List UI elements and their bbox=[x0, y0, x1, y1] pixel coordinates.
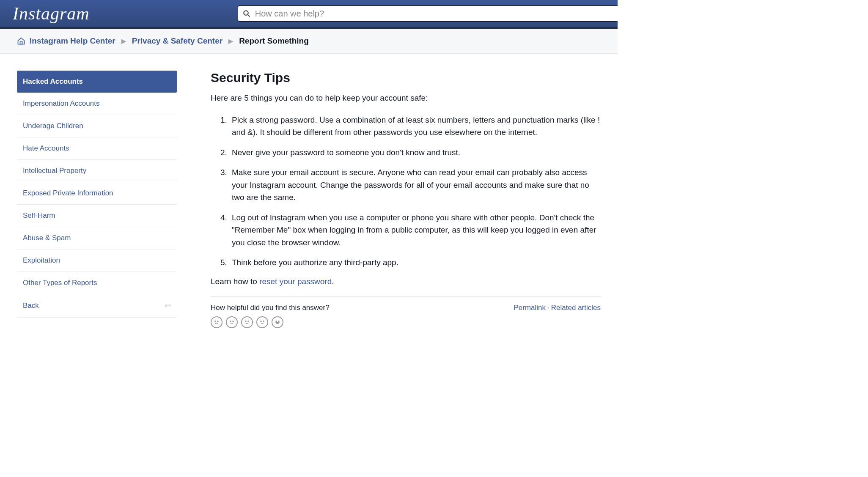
learn-prefix: Learn how to bbox=[211, 277, 259, 286]
dot-separator: · bbox=[547, 304, 549, 312]
tip-item: Make sure your email account is secure. … bbox=[229, 166, 601, 203]
breadcrumb-current: Report Something bbox=[239, 36, 309, 46]
feedback-block: How helpful did you find this answer? bbox=[211, 304, 330, 328]
svg-point-12 bbox=[276, 321, 277, 322]
svg-point-6 bbox=[233, 321, 233, 322]
sidebar-item-label: Exposed Private Information bbox=[23, 189, 113, 197]
sidebar-item-label: Hate Accounts bbox=[23, 144, 69, 153]
face-very-sad-icon[interactable] bbox=[211, 316, 222, 328]
sidebar-item-self-harm[interactable]: Self-Harm bbox=[17, 205, 177, 227]
face-very-happy-icon[interactable] bbox=[272, 316, 283, 328]
permalink-link[interactable]: Permalink bbox=[514, 304, 546, 312]
learn-line: Learn how to reset your password. bbox=[211, 277, 601, 286]
footer-links: Permalink·Related articles bbox=[514, 304, 601, 312]
sidebar-item-label: Intellectual Property bbox=[23, 167, 86, 175]
top-bar: Instagram bbox=[0, 0, 618, 29]
related-articles-link[interactable]: Related articles bbox=[551, 304, 601, 312]
breadcrumb-link-home[interactable]: Instagram Help Center bbox=[30, 36, 115, 46]
chevron-right-icon: ▶ bbox=[228, 38, 233, 44]
svg-point-4 bbox=[217, 321, 218, 322]
tip-item: Log out of Instagram when you use a comp… bbox=[229, 211, 601, 249]
face-sad-icon[interactable] bbox=[226, 316, 238, 328]
sidebar-item-abuse-spam[interactable]: Abuse & Spam bbox=[17, 227, 177, 249]
tip-item: Pick a strong password. Use a combinatio… bbox=[229, 114, 601, 139]
svg-point-7 bbox=[245, 321, 246, 322]
rating-faces bbox=[211, 316, 330, 328]
face-neutral-icon[interactable] bbox=[241, 316, 253, 328]
tip-item: Think before you authorize any third-par… bbox=[229, 256, 601, 269]
sidebar-item-label: Abuse & Spam bbox=[23, 234, 71, 242]
sidebar-item-underage[interactable]: Underage Children bbox=[17, 115, 177, 137]
back-arrow-icon: ↩ bbox=[165, 301, 171, 310]
sidebar-item-hate-accounts[interactable]: Hate Accounts bbox=[17, 137, 177, 160]
main-content: Security Tips Here are 5 things you can … bbox=[211, 71, 601, 328]
tips-list: Pick a strong password. Use a combinatio… bbox=[211, 114, 601, 269]
home-icon[interactable] bbox=[17, 37, 25, 45]
breadcrumb-link-privacy[interactable]: Privacy & Safety Center bbox=[132, 36, 222, 46]
brand-logo[interactable]: Instagram bbox=[13, 3, 90, 24]
svg-point-8 bbox=[248, 321, 249, 322]
search-input[interactable] bbox=[238, 5, 618, 22]
svg-point-0 bbox=[244, 11, 248, 15]
sidebar-item-hacked-accounts[interactable]: Hacked Accounts bbox=[17, 71, 177, 93]
svg-point-13 bbox=[278, 321, 279, 322]
feedback-prompt: How helpful did you find this answer? bbox=[211, 304, 330, 312]
sidebar-item-intellectual-property[interactable]: Intellectual Property bbox=[17, 160, 177, 182]
sidebar-item-other-reports[interactable]: Other Types of Reports bbox=[17, 272, 177, 294]
sidebar-item-label: Back bbox=[23, 302, 39, 310]
sidebar-item-back[interactable]: Back↩ bbox=[17, 294, 177, 318]
svg-point-3 bbox=[215, 321, 216, 322]
sidebar-item-label: Impersonation Accounts bbox=[23, 99, 99, 108]
sidebar-item-label: Underage Children bbox=[23, 122, 83, 130]
sidebar-item-label: Hacked Accounts bbox=[23, 77, 83, 86]
page-title: Security Tips bbox=[211, 71, 601, 85]
intro-text: Here are 5 things you can do to help kee… bbox=[211, 93, 601, 103]
breadcrumb: Instagram Help Center ▶ Privacy & Safety… bbox=[0, 29, 618, 54]
content-wrap: Hacked Accounts Impersonation Accounts U… bbox=[0, 54, 618, 345]
sidebar-item-label: Exploitation bbox=[23, 256, 60, 265]
sidebar: Hacked Accounts Impersonation Accounts U… bbox=[17, 71, 177, 328]
svg-rect-2 bbox=[20, 42, 22, 44]
svg-point-10 bbox=[261, 321, 261, 322]
search-box bbox=[238, 5, 618, 22]
sidebar-list: Hacked Accounts Impersonation Accounts U… bbox=[17, 71, 177, 318]
tip-item: Never give your password to someone you … bbox=[229, 146, 601, 159]
face-happy-icon[interactable] bbox=[256, 316, 268, 328]
search-wrap bbox=[238, 5, 618, 22]
sidebar-item-label: Self-Harm bbox=[23, 211, 55, 220]
sidebar-item-exposed-info[interactable]: Exposed Private Information bbox=[17, 182, 177, 205]
learn-suffix: . bbox=[332, 277, 334, 286]
reset-password-link[interactable]: reset your password bbox=[259, 277, 332, 286]
sidebar-item-exploitation[interactable]: Exploitation bbox=[17, 249, 177, 272]
sidebar-item-impersonation[interactable]: Impersonation Accounts bbox=[17, 93, 177, 115]
search-icon bbox=[243, 10, 250, 17]
svg-line-1 bbox=[247, 14, 250, 16]
chevron-right-icon: ▶ bbox=[121, 38, 126, 44]
sidebar-item-label: Other Types of Reports bbox=[23, 279, 97, 287]
article-footer: How helpful did you find this answer? Pe… bbox=[211, 304, 601, 328]
svg-point-11 bbox=[263, 321, 264, 322]
svg-point-5 bbox=[230, 321, 231, 322]
divider bbox=[211, 296, 601, 297]
